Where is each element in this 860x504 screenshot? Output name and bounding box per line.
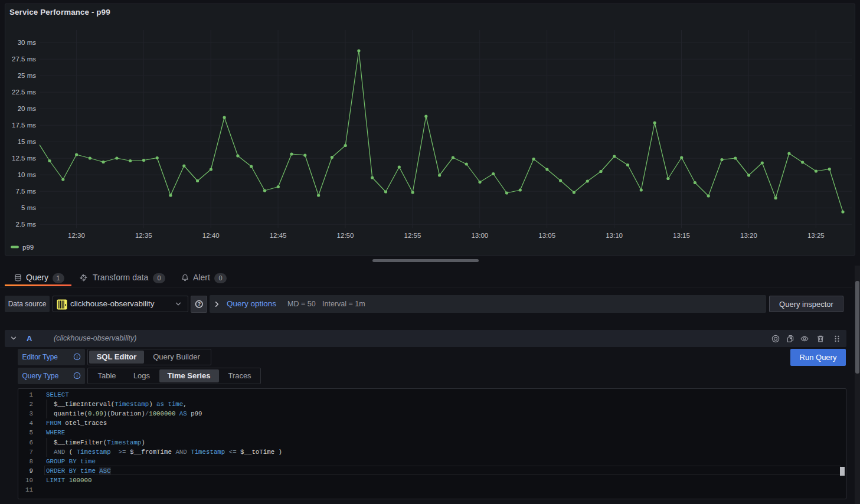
svg-text:10 ms: 10 ms: [18, 171, 37, 178]
svg-text:12:35: 12:35: [135, 232, 152, 239]
svg-text:22.5 ms: 22.5 ms: [12, 89, 36, 96]
svg-text:2.5 ms: 2.5 ms: [15, 221, 36, 228]
svg-text:30 ms: 30 ms: [18, 39, 37, 46]
svg-text:13:10: 13:10: [606, 232, 623, 239]
svg-text:13:25: 13:25: [807, 232, 825, 239]
svg-text:20 ms: 20 ms: [18, 105, 37, 112]
svg-text:13:15: 13:15: [673, 232, 690, 239]
svg-text:25 ms: 25 ms: [18, 72, 37, 79]
svg-text:17.5 ms: 17.5 ms: [12, 122, 36, 129]
svg-text:12:30: 12:30: [68, 232, 85, 239]
svg-text:12:50: 12:50: [337, 232, 354, 239]
svg-text:12:55: 12:55: [404, 232, 421, 239]
svg-text:15 ms: 15 ms: [18, 138, 37, 145]
svg-text:5 ms: 5 ms: [21, 204, 36, 211]
svg-text:13:05: 13:05: [538, 232, 555, 239]
svg-text:13:00: 13:00: [471, 232, 488, 239]
svg-text:7.5 ms: 7.5 ms: [15, 188, 36, 195]
svg-text:27.5 ms: 27.5 ms: [12, 55, 36, 63]
svg-text:12:40: 12:40: [202, 232, 220, 239]
svg-text:p99: p99: [22, 244, 34, 251]
svg-text:13:20: 13:20: [740, 232, 757, 239]
svg-text:12.5 ms: 12.5 ms: [12, 155, 36, 162]
svg-text:12:45: 12:45: [270, 232, 287, 239]
svg-text:?: ?: [197, 301, 201, 307]
